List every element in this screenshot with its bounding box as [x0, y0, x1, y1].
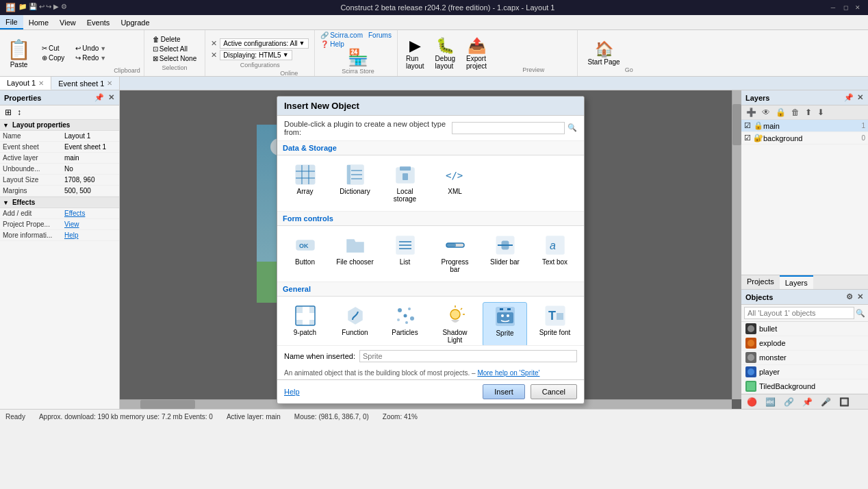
delete-icon: 🗑 — [153, 36, 159, 43]
menu-upgrade[interactable]: Upgrade — [115, 15, 155, 29]
scirra-link[interactable]: 🔗 Scirra.com — [320, 32, 363, 39]
plugin-shadowlight[interactable]: Shadow Light — [433, 302, 477, 345]
cut-button[interactable]: ✂ Cut — [38, 44, 68, 53]
objects-close-button[interactable]: ✕ — [856, 292, 864, 302]
dialog-name-input[interactable] — [359, 350, 577, 362]
menu-events[interactable]: Events — [81, 15, 116, 29]
svg-point-63 — [748, 325, 754, 332]
object-monster[interactable]: monster — [741, 351, 868, 365]
effects-header[interactable]: ▼ Effects — [0, 197, 119, 208]
props-order-button[interactable]: ↕ — [15, 107, 23, 118]
layer-background-visibility[interactable]: ☑ — [744, 134, 754, 142]
effects-add-edit-link[interactable]: Effects — [64, 210, 116, 217]
minimize-button[interactable]: ─ — [828, 3, 838, 12]
object-bullet-label: bullet — [759, 325, 777, 333]
properties-pin-button[interactable]: 📌 — [94, 92, 105, 103]
object-player[interactable]: player — [741, 365, 868, 379]
active-config-dropdown[interactable]: Active configurations: All ▼ — [220, 38, 308, 49]
layer-main-lock[interactable]: 🔒 — [754, 121, 763, 130]
svg-rect-11 — [400, 166, 411, 171]
plugin-textbox[interactable]: a Text box — [533, 231, 577, 276]
plugin-spritefont[interactable]: T Sprite font — [533, 302, 577, 345]
layer-background-lock[interactable]: 🔐 — [754, 134, 763, 142]
effects-project-props-link[interactable]: View — [64, 221, 116, 228]
bottom-tool-pin[interactable]: 📌 — [800, 397, 815, 408]
tab-eventsheet1[interactable]: Event sheet 1 ✕ — [51, 77, 120, 90]
plugin-dictionary[interactable]: Dictionary — [333, 161, 377, 205]
start-page-button[interactable]: 🏠 Start Page — [583, 39, 624, 67]
plugin-sprite[interactable]: Sprite — [483, 302, 527, 345]
bottom-tool-red[interactable]: 🔴 — [744, 397, 760, 408]
effects-more-info-link[interactable]: Help — [64, 231, 116, 239]
bottom-tool-text[interactable]: 🔤 — [763, 397, 778, 408]
close-button[interactable]: ✕ — [853, 3, 863, 12]
plugin-9patch[interactable]: 9-patch — [283, 302, 327, 345]
move-layer-down-button[interactable]: ⬇ — [815, 107, 826, 118]
lock-layer-button[interactable]: 🔒 — [774, 107, 788, 118]
dialog-description-link[interactable]: More help on 'Sprite' — [477, 369, 539, 377]
select-none-button[interactable]: ⊠ Select None — [149, 54, 201, 63]
canvas-area[interactable]: Insert New Object Double-click a plugin … — [120, 90, 741, 409]
plugin-progressbar[interactable]: Progress bar — [433, 231, 477, 276]
tab-layout1[interactable]: Layout 1 ✕ — [0, 77, 51, 90]
displaying-dropdown[interactable]: Displaying: HTML5 ▼ — [220, 50, 292, 60]
redo-button[interactable]: ↪ Redo ▼ — [71, 53, 110, 62]
object-tiledbackground[interactable]: TiledBackground — [741, 379, 868, 394]
select-all-button[interactable]: ⊡ Select All — [149, 45, 201, 53]
menu-file[interactable]: File — [0, 15, 23, 29]
tab-layout1-close[interactable]: ✕ — [38, 79, 44, 87]
props-sort-button[interactable]: ⊞ — [3, 107, 14, 118]
menu-home[interactable]: Home — [23, 15, 54, 29]
undo-button[interactable]: ↩ Undo ▼ — [71, 44, 110, 53]
tab-eventsheet1-close[interactable]: ✕ — [107, 79, 112, 87]
dialog-help-link[interactable]: Help — [284, 388, 300, 396]
plugin-filechooser[interactable]: File chooser — [333, 231, 377, 276]
debug-layout-button[interactable]: 🐛 Debug layout — [431, 36, 459, 71]
insert-button[interactable]: Insert — [483, 384, 525, 399]
plugin-array[interactable]: Array — [283, 161, 327, 205]
plugin-localstorage[interactable]: Local storage — [383, 161, 427, 205]
eye-layer-button[interactable]: 👁 — [760, 107, 772, 118]
plugin-function[interactable]: Function — [333, 302, 377, 345]
prop-layoutsize-label: Layout Size — [3, 176, 64, 184]
forums-link[interactable]: Forums — [368, 32, 392, 39]
dialog-search-input[interactable] — [452, 122, 565, 134]
tab-layers-bottom[interactable]: Layers — [780, 275, 813, 289]
cancel-button[interactable]: Cancel — [531, 384, 577, 399]
maximize-button[interactable]: ◻ — [841, 3, 850, 12]
plugin-sprite-label: Sprite — [496, 329, 513, 337]
delete-layer-button[interactable]: 🗑 — [789, 107, 802, 118]
bottom-tool-mic[interactable]: 🎤 — [818, 397, 834, 408]
paste-button[interactable]: 📋 Paste — [1, 36, 36, 71]
properties-close-button[interactable]: ✕ — [107, 92, 115, 103]
bottom-tool-grid[interactable]: 🔲 — [837, 397, 852, 408]
add-layer-button[interactable]: ➕ — [744, 107, 758, 118]
layers-pin-button[interactable]: 📌 — [843, 92, 854, 103]
plugin-sliderbar[interactable]: Slider bar — [483, 231, 527, 276]
tab-projects[interactable]: Projects — [741, 275, 780, 289]
layout-props-expand-icon: ▼ — [3, 122, 9, 129]
bottom-tool-link[interactable]: 🔗 — [781, 397, 797, 408]
plugin-particles[interactable]: Particles — [383, 302, 427, 345]
move-layer-up-button[interactable]: ⬆ — [803, 107, 814, 118]
object-bullet[interactable]: bullet — [741, 322, 868, 336]
plugin-list[interactable]: List — [383, 231, 427, 276]
delete-button[interactable]: 🗑 Delete — [149, 35, 201, 44]
run-layout-button[interactable]: ▶ Run layout — [402, 36, 429, 71]
objects-search-input[interactable] — [744, 307, 854, 319]
object-explode[interactable]: explode — [741, 336, 868, 351]
layer-main[interactable]: ☑ 🔒 main 1 — [741, 120, 868, 132]
layers-close-button[interactable]: ✕ — [856, 92, 864, 103]
plugin-xml[interactable]: </> XML — [433, 161, 477, 205]
layer-main-visibility[interactable]: ☑ — [744, 121, 754, 130]
layout-props-header[interactable]: ▼ Layout properties — [0, 120, 119, 131]
help-link[interactable]: ❓ Help — [320, 40, 392, 48]
menu-view[interactable]: View — [54, 15, 81, 29]
layer-background[interactable]: ☑ 🔐 background 0 — [741, 132, 868, 145]
objects-settings-button[interactable]: ⚙ — [845, 292, 854, 302]
export-project-button[interactable]: 📤 Export project — [462, 36, 491, 71]
svg-rect-21 — [446, 243, 456, 247]
plugin-button[interactable]: OK Button — [283, 231, 327, 276]
copy-button[interactable]: ⊕ Copy — [38, 53, 68, 62]
object-tiledbackground-icon — [745, 381, 756, 392]
